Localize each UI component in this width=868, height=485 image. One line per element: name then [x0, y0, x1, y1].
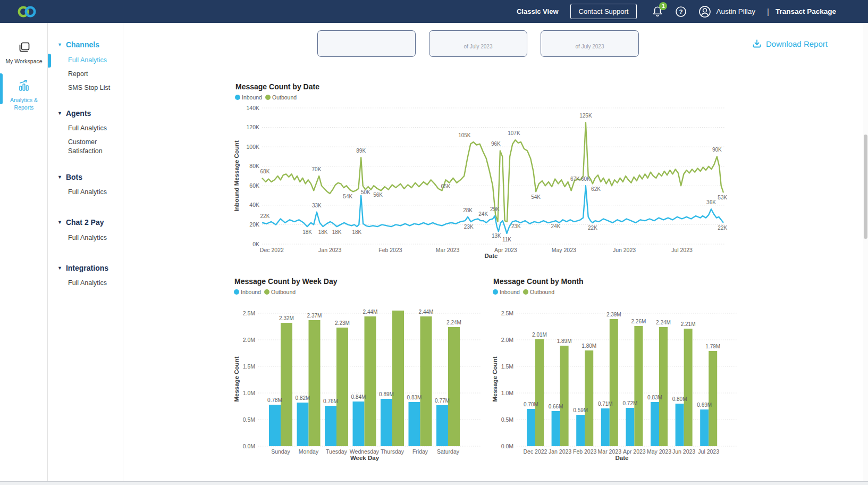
- svg-text:105K: 105K: [458, 132, 471, 138]
- vertical-scrollbar-track[interactable]: [863, 23, 868, 481]
- svg-text:107K: 107K: [508, 130, 520, 136]
- vertical-scrollbar-thumb[interactable]: [864, 135, 867, 239]
- svg-text:Mar 2023: Mar 2023: [436, 247, 460, 253]
- date-filter-box-1[interactable]: [317, 30, 416, 57]
- svg-text:Jan 2023: Jan 2023: [549, 448, 571, 455]
- svg-text:65K: 65K: [441, 183, 451, 189]
- sidebar-item-channels-sms-stop-list[interactable]: SMS Stop List: [68, 83, 110, 93]
- svg-text:0.70M: 0.70M: [524, 402, 538, 407]
- svg-text:Jul 2023: Jul 2023: [671, 247, 693, 253]
- sidebar-section-channels[interactable]: ▼ Channels: [57, 40, 99, 49]
- classic-view-toggle[interactable]: Classic View: [517, 7, 559, 15]
- user-menu[interactable]: Austin Pillay: [698, 5, 755, 18]
- legend-item-inbound: Inbound: [234, 289, 261, 295]
- line-chart-legend: Inbound Outbound: [235, 94, 297, 101]
- sidebar-item-channels-full-analytics[interactable]: Full Analytics: [68, 56, 107, 65]
- line-chart: 0K20K40K60K80K100K120K140KDec 2022Jan 20…: [234, 103, 853, 262]
- avatar-icon: [698, 5, 711, 18]
- sidebar-section-integrations[interactable]: ▼ Integrations: [57, 264, 108, 272]
- caret-down-icon: ▼: [57, 111, 62, 116]
- svg-text:2.5M: 2.5M: [243, 310, 255, 316]
- svg-text:Feb 2023: Feb 2023: [378, 247, 402, 253]
- caret-down-icon: ▼: [57, 220, 62, 225]
- caret-down-icon: ▼: [57, 175, 62, 180]
- svg-text:1.80M: 1.80M: [582, 343, 596, 349]
- rail-item-my-workspace[interactable]: My Workspace: [0, 41, 48, 65]
- svg-text:0.76M: 0.76M: [323, 398, 338, 404]
- svg-text:56K: 56K: [373, 192, 383, 198]
- legend-label: Inbound: [500, 289, 520, 295]
- svg-text:Jun 2023: Jun 2023: [672, 448, 695, 455]
- sidebar-section-agents[interactable]: ▼ Agents: [57, 109, 91, 118]
- svg-text:67K: 67K: [570, 176, 580, 182]
- svg-text:Jun 2023: Jun 2023: [613, 247, 636, 253]
- sidebar-nav: ▼ Channels Full Analytics Report SMS Sto…: [48, 23, 123, 481]
- date-filter-box-2[interactable]: of July 2023: [429, 30, 527, 57]
- weekday-chart-x-axis-title: Week Day: [333, 455, 397, 461]
- month-chart-legend: Inbound Outbound: [493, 289, 554, 295]
- svg-text:80K: 80K: [249, 163, 259, 169]
- notifications-button[interactable]: 1: [652, 5, 663, 18]
- sidebar-item-chat2pay-full-analytics[interactable]: Full Analytics: [68, 233, 107, 242]
- legend-dot-inbound: [234, 289, 239, 295]
- navbar-separator: |: [767, 7, 769, 16]
- date-filter-value: of July 2023: [541, 44, 638, 49]
- svg-text:Feb 2023: Feb 2023: [573, 448, 597, 455]
- sidebar-section-chat-2-pay[interactable]: ▼ Chat 2 Pay: [57, 218, 104, 227]
- svg-text:Sunday: Sunday: [271, 448, 290, 455]
- svg-text:Monday: Monday: [299, 448, 319, 455]
- svg-text:0.78M: 0.78M: [267, 397, 282, 403]
- sidebar-item-agents-full-analytics[interactable]: Full Analytics: [68, 124, 107, 133]
- rail-item-analytics-reports[interactable]: Analytics & Reports: [0, 79, 48, 111]
- svg-text:0.80M: 0.80M: [672, 396, 687, 402]
- svg-text:23K: 23K: [511, 223, 521, 229]
- svg-text:18K: 18K: [332, 229, 342, 235]
- logo-icon: [16, 5, 38, 19]
- help-button[interactable]: ?: [675, 6, 687, 18]
- svg-text:?: ?: [679, 9, 683, 15]
- legend-label: Outbound: [530, 289, 554, 295]
- legend-label: Outbound: [272, 94, 297, 101]
- svg-text:2.5M: 2.5M: [501, 310, 513, 316]
- svg-text:Apr 2023: Apr 2023: [623, 448, 646, 455]
- sidebar-section-bots[interactable]: ▼ Bots: [57, 173, 82, 181]
- svg-text:1.0M: 1.0M: [501, 390, 513, 396]
- page: Classic View Contact Support 1 ?: [0, 0, 868, 485]
- svg-text:2.01M: 2.01M: [532, 332, 547, 338]
- svg-text:29K: 29K: [490, 206, 500, 212]
- sidebar-item-channels-report[interactable]: Report: [68, 70, 88, 79]
- svg-text:2.44M: 2.44M: [419, 309, 434, 315]
- sidebar-item-bots-full-analytics[interactable]: Full Analytics: [68, 188, 107, 197]
- svg-text:40K: 40K: [249, 202, 259, 208]
- svg-text:Jul 2023: Jul 2023: [698, 448, 719, 455]
- svg-text:24K: 24K: [478, 211, 488, 217]
- svg-text:60K: 60K: [581, 176, 591, 182]
- svg-text:20K: 20K: [249, 221, 259, 228]
- svg-text:54K: 54K: [531, 194, 541, 200]
- svg-text:2.24M: 2.24M: [446, 320, 461, 325]
- svg-text:13K: 13K: [492, 233, 501, 239]
- caret-down-icon: ▼: [57, 43, 62, 47]
- sidebar-item-agents-customer-satisfaction[interactable]: Customer Satisfaction: [68, 138, 117, 156]
- download-icon: [752, 39, 762, 48]
- download-report-button[interactable]: Download Report: [752, 39, 828, 48]
- svg-text:1.5M: 1.5M: [501, 363, 513, 370]
- download-report-label: Download Report: [766, 39, 828, 48]
- svg-text:50K: 50K: [361, 189, 370, 195]
- svg-text:0.71M: 0.71M: [598, 401, 613, 407]
- contact-support-button[interactable]: Contact Support: [570, 4, 637, 19]
- sidebar-item-integrations-full-analytics[interactable]: Full Analytics: [68, 279, 107, 288]
- top-navbar: Classic View Contact Support 1 ?: [0, 0, 868, 23]
- line-chart-title: Message Count by Date: [235, 82, 319, 91]
- svg-text:1.89M: 1.89M: [557, 338, 572, 344]
- section-label: Bots: [66, 173, 82, 181]
- svg-text:Wednesday: Wednesday: [350, 448, 380, 455]
- app-logo[interactable]: [16, 5, 38, 19]
- weekday-bar-chart: 0.0M0.5M1.0M1.5M2.0M2.5M0.78M2.32MSunday…: [234, 309, 486, 469]
- date-filter-box-3[interactable]: of July 2023: [541, 30, 639, 57]
- svg-text:2.21M: 2.21M: [681, 321, 696, 327]
- svg-text:0.83M: 0.83M: [647, 395, 662, 400]
- legend-label: Inbound: [241, 289, 261, 295]
- svg-text:24K: 24K: [551, 223, 561, 229]
- month-chart-x-axis-title: Date: [590, 455, 654, 461]
